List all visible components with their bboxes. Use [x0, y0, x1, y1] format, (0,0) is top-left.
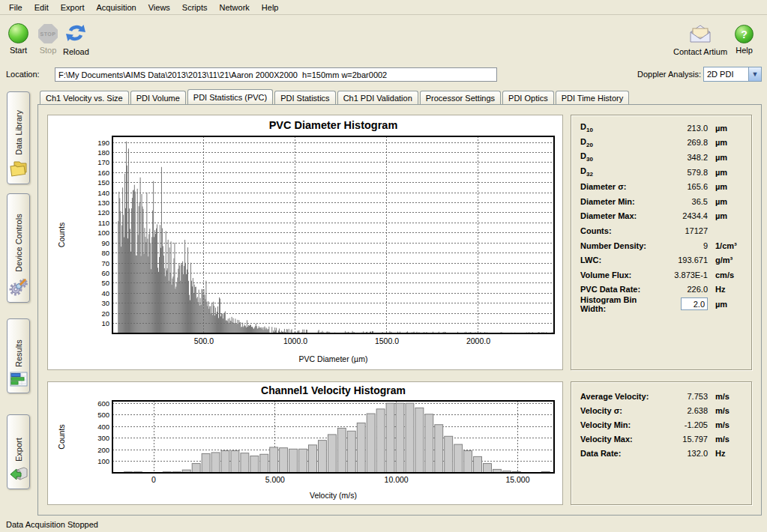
menu-network[interactable]: Network [213, 1, 255, 13]
tab-ch1-velocity-vs-size[interactable]: Ch1 Velocity vs. Size [40, 91, 129, 104]
svg-text:PVC Diameter (µm): PVC Diameter (µm) [299, 354, 368, 363]
stat-label: Number Density: [580, 241, 661, 250]
stat-unit: µm [708, 168, 742, 177]
svg-text:400: 400 [97, 423, 109, 431]
reload-button[interactable]: Reload [63, 22, 89, 56]
sidebar-item-export[interactable]: Export [7, 414, 30, 489]
histogram-bin-width-input[interactable] [681, 297, 708, 310]
stat-value: 269.8 [661, 138, 708, 147]
start-button[interactable]: Start [8, 23, 28, 55]
stat-label: D32 [580, 166, 661, 178]
svg-text:Counts: Counts [57, 223, 66, 247]
tab-pdi-time-history[interactable]: PDI Time History [556, 91, 630, 104]
stat-row: Data Rate:132.0Hz [580, 446, 742, 460]
sidebar-item-data-library[interactable]: Data Library [7, 91, 30, 184]
stat-unit: Hz [708, 449, 742, 458]
start-label: Start [10, 46, 27, 55]
svg-text:180: 180 [97, 148, 109, 157]
tab-pdi-optics[interactable]: PDI Optics [502, 91, 554, 104]
start-icon [8, 23, 28, 43]
stat-label: Diameter Min: [580, 197, 661, 206]
help-icon: ? [735, 25, 754, 43]
contact-artium-label: Contact Artium [673, 47, 727, 56]
stat-unit: µm [708, 153, 742, 162]
tab-page: 1020304050607080901001101201301401501601… [37, 104, 762, 516]
svg-text:130: 130 [97, 199, 109, 207]
svg-text:500: 500 [97, 411, 109, 419]
svg-text:80: 80 [101, 249, 109, 257]
tab-processor-settings[interactable]: Processor Settings [420, 91, 501, 104]
svg-text:300: 300 [97, 434, 109, 442]
stat-value: 36.5 [661, 197, 708, 206]
stat-unit: cm/s [708, 270, 742, 279]
sidebar-label: Data Library [14, 98, 23, 155]
svg-text:10: 10 [101, 319, 109, 327]
svg-text:60: 60 [101, 269, 109, 277]
svg-text:10.000: 10.000 [385, 475, 409, 484]
stop-label: Stop [40, 46, 57, 55]
stat-label: Counts: [580, 226, 661, 235]
svg-text:Velocity (m/s): Velocity (m/s) [310, 491, 357, 500]
doppler-analysis-select[interactable]: 2D PDI ▼ [703, 67, 762, 82]
stat-value: 9 [661, 241, 708, 250]
help-button[interactable]: ? Help [735, 25, 754, 55]
svg-text:1000.0: 1000.0 [283, 336, 307, 345]
chevron-down-icon: ▼ [748, 67, 761, 81]
tab-pdi-volume[interactable]: PDI Volume [130, 91, 186, 104]
menu-help[interactable]: Help [256, 1, 285, 13]
tab-strip: Ch1 Velocity vs. Size PDI Volume PDI Sta… [37, 89, 762, 104]
stat-row: Velocity σ:2.638m/s [580, 403, 742, 417]
pvc-diameter-histogram-chart: 1020304050607080901001101201301401501601… [48, 115, 562, 369]
stat-value: 213.0 [661, 124, 708, 133]
stat-value: 579.8 [661, 168, 708, 177]
histogram-bin-width-row: Histogram Bin Width: µm [580, 297, 742, 312]
contact-artium-button[interactable]: Contact Artium [673, 25, 727, 56]
sidebar-item-device-controls[interactable]: Device Controls [7, 193, 30, 303]
stat-value: 2.638 [661, 406, 708, 415]
tab-ch1-pdi-validation[interactable]: Ch1 PDI Validation [337, 91, 418, 104]
histogram-bin-width-label: Histogram Bin Width: [580, 295, 661, 313]
svg-text:110: 110 [98, 219, 109, 227]
stat-label: Diameter Max: [580, 211, 661, 220]
svg-text:PVC Diameter Histogram: PVC Diameter Histogram [269, 119, 398, 131]
doppler-analysis-value: 2D PDI [704, 70, 748, 79]
menu-views[interactable]: Views [142, 1, 176, 13]
tab-pdi-statistics[interactable]: PDI Statistics [274, 91, 335, 104]
location-field[interactable] [55, 67, 497, 82]
menu-export[interactable]: Export [55, 1, 91, 13]
svg-text:100: 100 [97, 229, 109, 237]
pvc-statistics-panel: D10213.0µmD20269.8µmD30348.2µmD32579.8µm… [571, 115, 752, 370]
envelope-icon [688, 25, 712, 45]
svg-text:120: 120 [97, 208, 109, 217]
menu-scripts[interactable]: Scripts [176, 1, 214, 13]
stat-label: LWC: [580, 256, 661, 265]
doppler-analysis-label: Doppler Analysis: [626, 70, 701, 79]
stat-value: 348.2 [661, 153, 708, 162]
stat-row: D30348.2µm [580, 150, 742, 165]
stat-value: 193.671 [661, 256, 708, 265]
velocity-histogram-panel: 10020030040050060005.00010.00015.000Chan… [47, 381, 563, 505]
svg-text:Counts: Counts [57, 424, 66, 449]
svg-text:90: 90 [101, 239, 109, 247]
gears-icon [9, 276, 28, 297]
export-arrow-icon [10, 466, 28, 484]
stat-row: D32579.8µm [580, 165, 742, 180]
location-label: Location: [6, 70, 40, 79]
sidebar-label: Results [14, 325, 23, 367]
velocity-statistics-panel: Average Velocity:7.753m/sVelocity σ:2.63… [571, 381, 752, 505]
pvc-diameter-histogram-panel: 1020304050607080901001101201301401501601… [47, 115, 563, 370]
menu-edit[interactable]: Edit [28, 1, 55, 13]
sidebar-item-results[interactable]: Results [7, 318, 30, 393]
tab-pdi-statistics-pvc[interactable]: PDI Statistics (PVC) [187, 89, 273, 104]
sidebar-label: Device Controls [14, 200, 23, 272]
menu-file[interactable]: File [3, 1, 28, 13]
stat-row: Velocity Max:15.797m/s [580, 432, 742, 446]
svg-text:15.000: 15.000 [505, 475, 529, 484]
svg-text:Channel1 Velocity Histogram: Channel1 Velocity Histogram [261, 384, 406, 396]
stat-row: Average Velocity:7.753m/s [580, 389, 742, 403]
stop-button[interactable]: STOP Stop [38, 24, 58, 55]
svg-text:190: 190 [97, 139, 109, 147]
svg-text:40: 40 [101, 289, 109, 297]
menu-acquisition[interactable]: Acquisition [91, 1, 142, 13]
stat-row: D10213.0µm [580, 121, 742, 136]
